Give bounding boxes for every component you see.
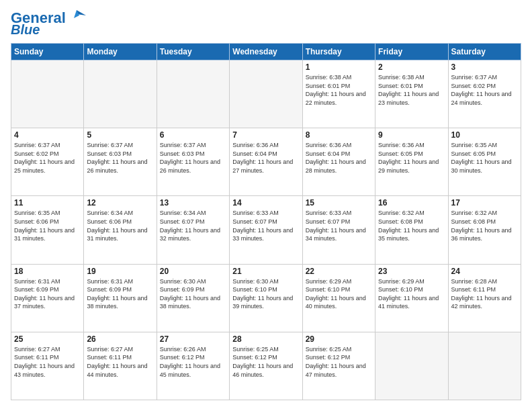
calendar-cell: 24Sunrise: 6:28 AM Sunset: 6:11 PM Dayli… <box>448 264 521 332</box>
day-info: Sunrise: 6:25 AM Sunset: 6:12 PM Dayligh… <box>232 345 299 379</box>
day-number: 7 <box>232 130 299 140</box>
calendar-cell: 3Sunrise: 6:37 AM Sunset: 6:02 PM Daylig… <box>448 60 521 128</box>
day-info: Sunrise: 6:33 AM Sunset: 6:07 PM Dayligh… <box>232 209 299 242</box>
calendar-cell <box>448 332 521 400</box>
day-number: 25 <box>14 334 81 344</box>
day-number: 6 <box>160 130 226 140</box>
day-info: Sunrise: 6:31 AM Sunset: 6:09 PM Dayligh… <box>14 277 81 311</box>
day-number: 2 <box>378 62 445 72</box>
calendar-cell: 1Sunrise: 6:38 AM Sunset: 6:01 PM Daylig… <box>302 60 375 128</box>
day-number: 14 <box>232 198 299 208</box>
calendar-cell: 11Sunrise: 6:35 AM Sunset: 6:06 PM Dayli… <box>11 196 84 264</box>
calendar-cell: 4Sunrise: 6:37 AM Sunset: 6:02 PM Daylig… <box>11 128 84 196</box>
day-number: 22 <box>306 267 372 276</box>
calendar-cell: 6Sunrise: 6:37 AM Sunset: 6:03 PM Daylig… <box>157 128 229 196</box>
day-number: 27 <box>160 334 226 344</box>
day-info: Sunrise: 6:29 AM Sunset: 6:10 PM Dayligh… <box>378 277 445 311</box>
calendar-cell: 27Sunrise: 6:26 AM Sunset: 6:12 PM Dayli… <box>157 332 229 400</box>
day-info: Sunrise: 6:36 AM Sunset: 6:04 PM Dayligh… <box>306 141 372 175</box>
calendar-cell: 5Sunrise: 6:37 AM Sunset: 6:03 PM Daylig… <box>84 128 157 196</box>
calendar-cell: 29Sunrise: 6:25 AM Sunset: 6:12 PM Dayli… <box>302 332 375 400</box>
calendar-cell <box>375 332 448 400</box>
day-number: 11 <box>14 198 81 208</box>
weekday-header-thursday: Thursday <box>302 44 375 60</box>
weekday-header-sunday: Sunday <box>11 44 84 60</box>
calendar-cell: 14Sunrise: 6:33 AM Sunset: 6:07 PM Dayli… <box>230 196 302 264</box>
day-info: Sunrise: 6:38 AM Sunset: 6:01 PM Dayligh… <box>378 73 445 107</box>
week-row-2: 4Sunrise: 6:37 AM Sunset: 6:02 PM Daylig… <box>11 128 521 196</box>
logo-bird-icon <box>67 9 86 22</box>
day-number: 3 <box>451 62 518 72</box>
day-info: Sunrise: 6:33 AM Sunset: 6:07 PM Dayligh… <box>306 209 372 242</box>
day-info: Sunrise: 6:35 AM Sunset: 6:06 PM Dayligh… <box>14 209 81 242</box>
day-number: 10 <box>451 130 518 140</box>
weekday-header-tuesday: Tuesday <box>157 44 229 60</box>
day-number: 19 <box>87 267 153 276</box>
week-row-1: 1Sunrise: 6:38 AM Sunset: 6:01 PM Daylig… <box>11 60 521 128</box>
day-number: 12 <box>87 198 153 208</box>
header: General Blue <box>11 11 521 36</box>
calendar-cell: 17Sunrise: 6:32 AM Sunset: 6:08 PM Dayli… <box>448 196 521 264</box>
day-info: Sunrise: 6:30 AM Sunset: 6:09 PM Dayligh… <box>160 277 226 311</box>
day-number: 24 <box>451 267 518 276</box>
day-info: Sunrise: 6:28 AM Sunset: 6:11 PM Dayligh… <box>451 277 518 311</box>
calendar-cell: 20Sunrise: 6:30 AM Sunset: 6:09 PM Dayli… <box>157 264 229 332</box>
calendar-cell: 12Sunrise: 6:34 AM Sunset: 6:06 PM Dayli… <box>84 196 157 264</box>
calendar-cell: 21Sunrise: 6:30 AM Sunset: 6:10 PM Dayli… <box>230 264 302 332</box>
day-info: Sunrise: 6:35 AM Sunset: 6:05 PM Dayligh… <box>451 141 518 175</box>
week-row-3: 11Sunrise: 6:35 AM Sunset: 6:06 PM Dayli… <box>11 196 521 264</box>
day-number: 26 <box>87 334 153 344</box>
day-info: Sunrise: 6:30 AM Sunset: 6:10 PM Dayligh… <box>232 277 299 311</box>
day-info: Sunrise: 6:37 AM Sunset: 6:02 PM Dayligh… <box>14 141 81 175</box>
day-info: Sunrise: 6:26 AM Sunset: 6:12 PM Dayligh… <box>160 345 226 379</box>
day-info: Sunrise: 6:27 AM Sunset: 6:11 PM Dayligh… <box>87 345 153 379</box>
day-number: 16 <box>378 198 445 208</box>
calendar-cell: 22Sunrise: 6:29 AM Sunset: 6:10 PM Dayli… <box>302 264 375 332</box>
calendar-cell <box>230 60 302 128</box>
calendar-cell <box>84 60 157 128</box>
day-number: 1 <box>306 62 372 72</box>
week-row-5: 25Sunrise: 6:27 AM Sunset: 6:11 PM Dayli… <box>11 332 521 400</box>
day-number: 28 <box>232 334 299 344</box>
day-number: 13 <box>160 198 226 208</box>
day-info: Sunrise: 6:27 AM Sunset: 6:11 PM Dayligh… <box>14 345 81 379</box>
day-info: Sunrise: 6:36 AM Sunset: 6:04 PM Dayligh… <box>232 141 299 175</box>
logo-blue-text: Blue <box>11 23 40 36</box>
calendar-cell: 13Sunrise: 6:34 AM Sunset: 6:07 PM Dayli… <box>157 196 229 264</box>
calendar-cell: 2Sunrise: 6:38 AM Sunset: 6:01 PM Daylig… <box>375 60 448 128</box>
calendar-cell: 18Sunrise: 6:31 AM Sunset: 6:09 PM Dayli… <box>11 264 84 332</box>
day-number: 8 <box>306 130 372 140</box>
calendar-cell: 10Sunrise: 6:35 AM Sunset: 6:05 PM Dayli… <box>448 128 521 196</box>
weekday-header-row: SundayMondayTuesdayWednesdayThursdayFrid… <box>11 44 521 60</box>
logo: General Blue <box>11 11 86 36</box>
calendar-cell <box>11 60 84 128</box>
weekday-header-wednesday: Wednesday <box>230 44 302 60</box>
day-info: Sunrise: 6:34 AM Sunset: 6:07 PM Dayligh… <box>160 209 226 242</box>
day-number: 4 <box>14 130 81 140</box>
day-number: 29 <box>306 334 372 344</box>
calendar-cell: 15Sunrise: 6:33 AM Sunset: 6:07 PM Dayli… <box>302 196 375 264</box>
day-info: Sunrise: 6:32 AM Sunset: 6:08 PM Dayligh… <box>451 209 518 242</box>
calendar-cell: 25Sunrise: 6:27 AM Sunset: 6:11 PM Dayli… <box>11 332 84 400</box>
day-info: Sunrise: 6:25 AM Sunset: 6:12 PM Dayligh… <box>306 345 372 379</box>
weekday-header-monday: Monday <box>84 44 157 60</box>
calendar-cell <box>157 60 229 128</box>
calendar-cell: 9Sunrise: 6:36 AM Sunset: 6:05 PM Daylig… <box>375 128 448 196</box>
day-info: Sunrise: 6:37 AM Sunset: 6:03 PM Dayligh… <box>160 141 226 175</box>
day-info: Sunrise: 6:38 AM Sunset: 6:01 PM Dayligh… <box>306 73 372 107</box>
calendar-table: SundayMondayTuesdayWednesdayThursdayFrid… <box>11 43 521 400</box>
week-row-4: 18Sunrise: 6:31 AM Sunset: 6:09 PM Dayli… <box>11 264 521 332</box>
calendar-cell: 26Sunrise: 6:27 AM Sunset: 6:11 PM Dayli… <box>84 332 157 400</box>
day-number: 20 <box>160 267 226 276</box>
weekday-header-saturday: Saturday <box>448 44 521 60</box>
day-number: 21 <box>232 267 299 276</box>
calendar-cell: 23Sunrise: 6:29 AM Sunset: 6:10 PM Dayli… <box>375 264 448 332</box>
calendar-cell: 28Sunrise: 6:25 AM Sunset: 6:12 PM Dayli… <box>230 332 302 400</box>
day-info: Sunrise: 6:37 AM Sunset: 6:02 PM Dayligh… <box>451 73 518 107</box>
day-info: Sunrise: 6:32 AM Sunset: 6:08 PM Dayligh… <box>378 209 445 242</box>
weekday-header-friday: Friday <box>375 44 448 60</box>
day-number: 9 <box>378 130 445 140</box>
day-number: 23 <box>378 267 445 276</box>
day-number: 17 <box>451 198 518 208</box>
day-info: Sunrise: 6:31 AM Sunset: 6:09 PM Dayligh… <box>87 277 153 311</box>
